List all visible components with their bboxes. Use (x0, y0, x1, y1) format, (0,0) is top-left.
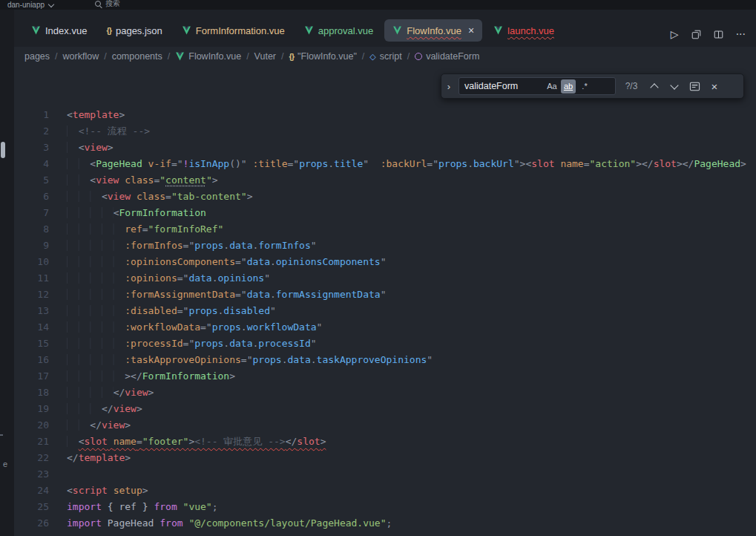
code-line[interactable]: 24<script setup> (14, 483, 756, 499)
line-number[interactable]: 8 (14, 221, 49, 238)
breadcrumb-label: "FlowInfo.vue" (298, 51, 357, 62)
line-number[interactable]: 15 (14, 336, 49, 352)
title-bar: dan-uniapp 搜索 (0, 0, 756, 10)
code-line[interactable]: 5 <view class="content"> (14, 172, 756, 189)
tab-launch.vue[interactable]: launch.vue (485, 19, 562, 42)
line-number[interactable]: 11 (14, 270, 49, 287)
line-number[interactable]: 6 (14, 189, 49, 205)
breadcrumb-item-6[interactable]: ◇script (369, 51, 401, 62)
code-line[interactable]: 7 <FormInformation (14, 205, 756, 221)
app-menu[interactable]: dan-uniapp (7, 1, 53, 9)
code-line[interactable]: 20 </view> (14, 417, 756, 434)
close-icon[interactable]: × (707, 79, 722, 94)
tab-label: pages.json (116, 25, 162, 36)
breadcrumb-separator: / (362, 51, 364, 62)
find-in-selection-icon[interactable] (687, 79, 702, 94)
code-line[interactable]: 2 <!-- 流程 --> (14, 123, 756, 140)
close-icon[interactable]: × (468, 25, 474, 36)
breadcrumb-label: validateForm (426, 51, 479, 62)
line-number[interactable]: 12 (14, 287, 49, 303)
breadcrumb-item-4[interactable]: Vuter (254, 51, 276, 62)
code-line[interactable]: 19 </view> (14, 401, 756, 417)
code-line[interactable]: 8 ref="formInfoRef" (14, 221, 756, 238)
vue-icon (182, 26, 191, 35)
line-number[interactable]: 19 (14, 401, 49, 417)
line-number[interactable]: 20 (14, 417, 49, 434)
line-number[interactable]: 17 (14, 368, 49, 385)
search-label: 搜索 (105, 0, 120, 9)
line-number[interactable]: 2 (14, 123, 49, 140)
line-number[interactable]: 5 (14, 172, 49, 189)
code-line[interactable]: 18 </view> (14, 385, 756, 401)
run-profile-icon[interactable] (691, 30, 701, 39)
breadcrumb-item-2[interactable]: components (112, 51, 162, 62)
split-editor-icon[interactable] (714, 30, 723, 39)
more-actions-icon[interactable]: ··· (736, 29, 746, 39)
line-number[interactable]: 4 (14, 156, 49, 172)
breadcrumb-label: FlowInfo.vue (188, 51, 241, 62)
match-case-button[interactable]: Aa (545, 79, 559, 94)
vue-icon (31, 26, 41, 35)
line-number[interactable]: 16 (14, 352, 49, 368)
line-number[interactable]: 21 (14, 434, 49, 450)
line-number[interactable]: 1 (14, 107, 49, 123)
toggle-replace-chevron-icon[interactable]: › (444, 81, 453, 92)
breadcrumb-item-1[interactable]: workflow (63, 51, 99, 62)
code-line[interactable]: 1<template> (14, 107, 756, 123)
code-line[interactable]: 17 ></FormInformation> (14, 368, 756, 385)
code-line[interactable]: 9 :formInfos="props.data.formInfos" (14, 238, 756, 254)
line-number[interactable]: 13 (14, 303, 49, 319)
chevron-down-icon (48, 1, 54, 7)
line-number[interactable]: 23 (14, 466, 49, 483)
breadcrumb-item-7[interactable]: validateForm (415, 51, 479, 62)
title-search[interactable]: 搜索 (95, 0, 120, 9)
previous-match-button[interactable] (647, 79, 662, 94)
line-number[interactable]: 7 (14, 205, 49, 221)
method-icon (415, 53, 422, 60)
code-line[interactable]: 23 (14, 466, 756, 483)
tab-label: approval.vue (318, 25, 373, 36)
find-input-box[interactable]: Aa ab .* (458, 77, 616, 95)
tab-approval.vue[interactable]: approval.vue (296, 19, 381, 42)
tab-pages.json[interactable]: {}pages.json (98, 19, 170, 42)
code-line[interactable]: 10 :opinionsComponents="data.opinionsCom… (14, 254, 756, 270)
run-icon[interactable]: ▷ (671, 29, 679, 39)
scroll-indicator[interactable] (1, 142, 5, 158)
code-line[interactable]: 14 :workflowData="props.workflowData" (14, 319, 756, 336)
line-number[interactable]: 24 (14, 483, 49, 499)
breadcrumb-item-0[interactable]: pages (24, 51, 50, 62)
code-line[interactable]: 3 <view> (14, 140, 756, 156)
code-area[interactable]: 1<template>2 <!-- 流程 -->3 <view>4 <PageH… (14, 66, 756, 532)
regex-button[interactable]: .* (577, 79, 592, 94)
line-number[interactable]: 9 (14, 238, 49, 254)
line-number[interactable]: 22 (14, 450, 49, 466)
find-input[interactable] (464, 81, 543, 91)
line-number[interactable]: 25 (14, 499, 49, 515)
line-number[interactable]: 26 (14, 515, 49, 532)
tab-Index.vue[interactable]: Index.vue (23, 19, 95, 42)
code-line[interactable]: 11 :opinions="data.opinions" (14, 270, 756, 287)
code-line[interactable]: 15 :processId="props.data.processId" (14, 336, 756, 352)
code-line[interactable]: 21 <slot name="footer"><!-- 审批意见 --></sl… (14, 434, 756, 450)
code-line[interactable]: 6 <view class="tab-content"> (14, 189, 756, 205)
line-number[interactable]: 18 (14, 385, 49, 401)
code-line[interactable]: 13 :disabled="props.disabled" (14, 303, 756, 319)
code-line[interactable]: 4 <PageHead v-if="!isInApp()" :title="pr… (14, 156, 756, 172)
tab-FormInformation.vue[interactable]: FormInformation.vue (174, 19, 293, 42)
code-line[interactable]: 22</template> (14, 450, 756, 466)
breadcrumb-item-3[interactable]: FlowInfo.vue (175, 51, 241, 62)
whole-word-button[interactable]: ab (561, 79, 576, 94)
code-line[interactable]: 12 :formAssignmentData="data.formAssignm… (14, 287, 756, 303)
breadcrumb-label: script (380, 51, 402, 62)
code-line[interactable]: 25import { ref } from "vue"; (14, 499, 756, 515)
line-number[interactable]: 14 (14, 319, 49, 336)
editor[interactable]: 1<template>2 <!-- 流程 -->3 <view>4 <PageH… (14, 66, 756, 536)
code-line[interactable]: 16 :taskApproveOpinions="props.data.task… (14, 352, 756, 368)
breadcrumb-item-5[interactable]: {}"FlowInfo.vue" (289, 51, 357, 62)
next-match-button[interactable] (667, 79, 682, 94)
tab-label: FormInformation.vue (196, 25, 285, 36)
tab-FlowInfo.vue[interactable]: FlowInfo.vue× (384, 19, 482, 42)
line-number[interactable]: 10 (14, 254, 49, 270)
code-line[interactable]: 26import PageHead from "@/components/lay… (14, 515, 756, 532)
line-number[interactable]: 3 (14, 140, 49, 156)
